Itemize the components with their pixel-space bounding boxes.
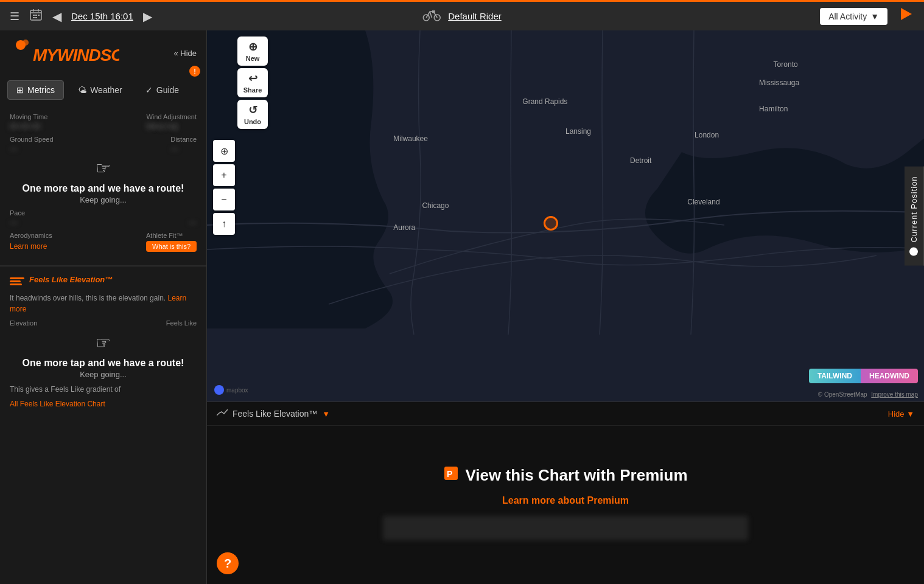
next-button[interactable]: ▶ [143, 9, 152, 24]
topbar-left: ☰ ◀ Dec 15th 16:01 ▶ [10, 8, 152, 24]
wind-adjustment-value: Wind Adj [146, 122, 197, 131]
svg-rect-8 [35, 17, 37, 18]
map-area[interactable]: Milwaukee Grand Rapids Chicago Aurora La… [207, 30, 924, 401]
learn-more-link[interactable]: Learn more [10, 242, 47, 251]
svg-rect-7 [33, 17, 35, 18]
hide-chart-button[interactable]: Hide ▼ [888, 409, 914, 419]
zoom-out-button[interactable]: − [213, 189, 235, 210]
activity-dropdown-icon: ▼ [870, 12, 879, 21]
bike-icon [422, 8, 441, 25]
map-roads-svg [207, 30, 924, 401]
all-feels-chart-link[interactable]: All Feels Like Elevation Chart [10, 400, 197, 408]
chart-hide-area: Hide ▼ [888, 408, 914, 419]
premium-title-text: View this Chart with Premium [465, 466, 687, 485]
calendar-icon [29, 8, 43, 24]
cursor-area-2: ☞ One more tap and we have a route! Keep… [10, 333, 197, 379]
aero-label: Aerodynamics [10, 232, 52, 239]
pace-value-2: — [189, 218, 197, 227]
pace-label: Pace [10, 209, 25, 217]
tab-guide[interactable]: ✓ Guide [136, 80, 188, 100]
athlete-label: Athlete Fit™ [146, 232, 197, 239]
svg-text:MYWINDSOCK: MYWINDSOCK [33, 46, 119, 64]
what-is-this-button[interactable]: What is this? [146, 241, 197, 252]
activity-selector-label: All Activity [828, 12, 867, 21]
cursor-area: ☞ One more tap and we have a route! Keep… [10, 158, 197, 204]
map-marker [544, 216, 558, 231]
map-controls: ⊕ + − ↑ [213, 140, 235, 235]
pace-field: Pace — [10, 209, 25, 227]
premium-icon: P [443, 465, 459, 485]
svg-rect-4 [33, 15, 35, 16]
elevation-label: Elevation [10, 319, 37, 327]
tab-weather[interactable]: 🌤 Weather [69, 80, 131, 100]
undo-route-button[interactable]: ↺ Undo [237, 100, 268, 129]
chart-dropdown-button[interactable]: ▼ [322, 409, 330, 419]
wind-legend: TAILWIND HEADWIND [809, 369, 918, 383]
svg-point-16 [214, 385, 224, 395]
ground-speed-label: Ground Speed [10, 136, 54, 143]
svg-rect-6 [38, 15, 40, 16]
feels-like-desc: It headwinds over hills, this is the ele… [10, 293, 197, 315]
zoom-in-button[interactable]: + [213, 164, 235, 186]
weather-tab-label: Weather [90, 85, 122, 95]
reset-north-button[interactable]: ↑ [213, 213, 235, 235]
chart-title-text: Feels Like Elevation™ [233, 409, 317, 419]
alert-indicator: ! [189, 66, 200, 77]
pace-value: — [10, 218, 25, 227]
feels-like-col: Feels Like [166, 319, 197, 328]
activity-selector-button[interactable]: All Activity ▼ [820, 8, 887, 25]
learn-premium-button[interactable]: Learn more about Premium [502, 495, 629, 506]
share-route-icon: ↩ [248, 72, 257, 85]
chart-title-area: Feels Like Elevation™ ▼ [217, 408, 330, 419]
route-tools: ⊕ New ↩ Share ↺ Undo [237, 36, 268, 129]
svg-rect-5 [35, 15, 37, 16]
current-position-tab[interactable]: Current Position [905, 166, 924, 265]
chart-line-icon [217, 408, 228, 419]
tab-metrics[interactable]: ⊞ Metrics [7, 80, 64, 100]
new-route-label: New [246, 55, 260, 62]
new-route-button[interactable]: ⊕ New [237, 36, 268, 66]
play-button[interactable] [897, 5, 914, 27]
cursor-icon-2: ☞ [10, 333, 197, 353]
help-button[interactable]: ? [217, 552, 239, 574]
elevation-col: Elevation [10, 319, 37, 328]
topbar-center: Default Rider [422, 8, 502, 25]
wind-adjustment-label: Wind Adjustment [146, 113, 197, 120]
undo-route-label: Undo [244, 118, 261, 125]
callout-main-1: One more tap and we have a route! [10, 183, 197, 194]
callout-main-2: One more tap and we have a route! [10, 358, 197, 369]
guide-tab-icon: ✓ [145, 85, 153, 95]
current-position-label: Current Position [909, 176, 919, 242]
hide-sidebar-button[interactable]: « Hide [173, 49, 197, 58]
moving-time-value: 00:00:00 [10, 122, 47, 131]
date-link[interactable]: Dec 15th 16:01 [71, 11, 133, 21]
ground-speed-field: Ground Speed — [10, 136, 54, 153]
prev-button[interactable]: ◀ [52, 9, 61, 24]
svg-marker-12 [901, 8, 912, 20]
svg-point-14 [23, 40, 29, 46]
nav-tabs: ⊞ Metrics 🌤 Weather ✓ Guide [0, 75, 206, 105]
locate-me-button[interactable]: ⊕ [213, 140, 235, 162]
metrics-section: Moving Time 00:00:00 Wind Adjustment Win… [0, 105, 206, 266]
blurred-chart-preview [383, 516, 748, 540]
distance-field: Distance — [170, 136, 197, 153]
headwind-label: HEADWIND [861, 369, 918, 383]
improve-map-link[interactable]: Improve this map [871, 391, 918, 398]
menu-icon[interactable]: ☰ [10, 10, 19, 23]
distance-label: Distance [170, 136, 197, 143]
aero-field: Aerodynamics Learn more [10, 232, 52, 252]
share-route-button[interactable]: ↩ Share [237, 68, 268, 97]
right-panel: Milwaukee Grand Rapids Chicago Aurora La… [207, 30, 924, 584]
new-route-icon: ⊕ [248, 40, 257, 54]
rider-link[interactable]: Default Rider [448, 11, 502, 21]
blank-field: — [189, 209, 197, 227]
tailwind-label: TAILWIND [809, 369, 861, 383]
svg-text:mapbox: mapbox [226, 387, 248, 394]
feels-columns: Elevation Feels Like [10, 319, 197, 328]
premium-overlay: P View this Chart with Premium Learn mor… [207, 426, 924, 580]
chart-header: Feels Like Elevation™ ▼ Hide ▼ [207, 402, 924, 426]
metrics-tab-icon: ⊞ [16, 85, 24, 95]
wind-adjustment-field: Wind Adjustment Wind Adj [146, 113, 197, 131]
weather-tab-icon: 🌤 [78, 85, 86, 95]
feels-like-icon [10, 277, 24, 285]
